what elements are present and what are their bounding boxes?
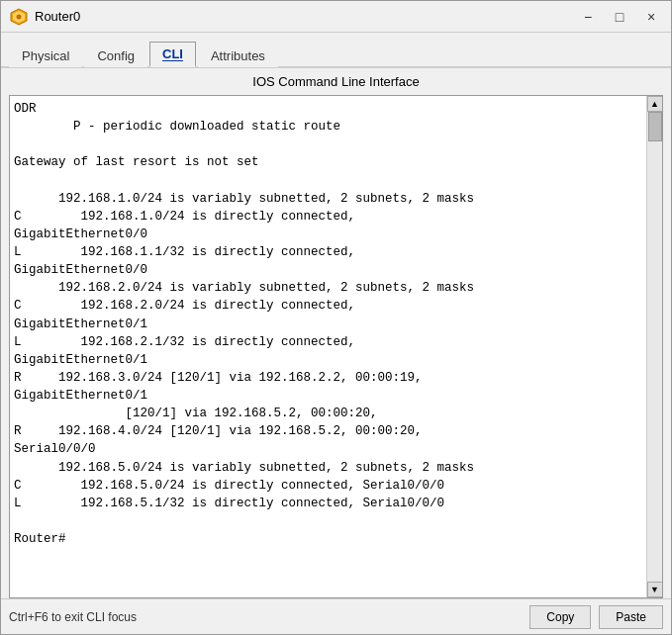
action-buttons: Copy Paste — [529, 605, 663, 629]
cli-output[interactable]: ODR P - periodic downloaded static route… — [10, 96, 646, 597]
copy-button[interactable]: Copy — [529, 605, 591, 629]
scrollbar-thumb[interactable] — [648, 112, 662, 141]
minimize-button[interactable]: − — [576, 5, 600, 29]
cli-scrollbar[interactable]: ▲ ▼ — [646, 96, 662, 597]
title-bar: Router0 − □ × — [1, 1, 671, 33]
tab-physical[interactable]: Physical — [9, 44, 82, 67]
window-title: Router0 — [35, 9, 576, 24]
tab-config[interactable]: Config — [84, 44, 147, 67]
close-button[interactable]: × — [639, 5, 663, 29]
maximize-button[interactable]: □ — [608, 5, 631, 29]
status-bar: Ctrl+F6 to exit CLI focus Copy Paste — [1, 598, 671, 634]
scroll-up-arrow[interactable]: ▲ — [647, 96, 663, 112]
tab-bar: Physical Config CLI Attributes — [1, 33, 671, 68]
section-title: IOS Command Line Interface — [1, 68, 671, 95]
window-controls: − □ × — [576, 5, 663, 29]
tab-cli[interactable]: CLI — [149, 42, 196, 67]
main-window: Router0 − □ × Physical Config CLI Attrib… — [0, 0, 672, 635]
paste-button[interactable]: Paste — [599, 605, 663, 629]
scroll-down-arrow[interactable]: ▼ — [647, 582, 663, 597]
svg-point-2 — [17, 14, 22, 19]
scrollbar-track[interactable] — [647, 112, 662, 582]
tab-attributes[interactable]: Attributes — [198, 44, 278, 67]
cli-scroll-area[interactable]: ODR P - periodic downloaded static route… — [9, 95, 663, 598]
app-icon — [9, 7, 29, 27]
cli-container: ODR P - periodic downloaded static route… — [1, 95, 671, 598]
status-hint: Ctrl+F6 to exit CLI focus — [9, 610, 529, 624]
